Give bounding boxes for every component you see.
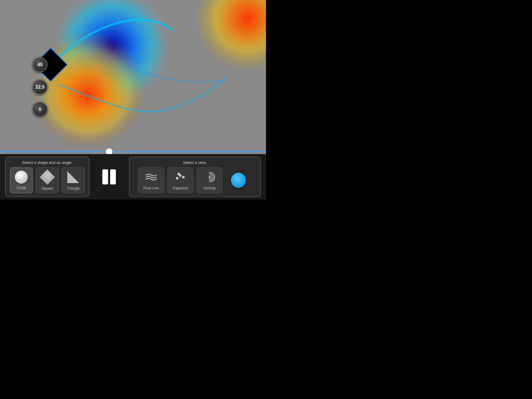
circle-icon [15,171,28,184]
progress-bar-container[interactable] [0,149,266,154]
vorticity-icon [203,170,216,184]
pause-button[interactable] [102,169,116,184]
triangle-label: Triangle [67,186,80,190]
view-button-flowline[interactable]: Flow Line [138,167,164,193]
flowline-icon [144,170,158,184]
view-selector-label: Select a view. [183,160,207,165]
trajectory-label: Trajectory [172,186,188,190]
flowline-label: Flow Line [143,186,159,190]
chat-icon: ··· [231,173,246,188]
svg-point-0 [176,177,178,179]
progress-bar-track[interactable] [0,151,266,152]
triangle-icon [67,171,79,183]
shape-button-triangle[interactable]: Triangle [62,167,85,193]
svg-point-4 [209,176,210,178]
bottom-panel: Select a shape and an angle. Circle Squa… [0,154,266,200]
shape-button-square[interactable]: Square [36,167,59,193]
pause-bar-right [110,169,116,184]
shape-buttons: Circle Square Triangle [10,167,85,193]
circle-label: Circle [17,186,26,190]
view-selector: Select a view. Flow Line [129,157,261,197]
angle-badge-0[interactable]: 0 [32,102,48,117]
app: 45 22.5 0 Select a shape and an angle. C… [0,0,266,200]
angle-connector-2 [39,95,41,102]
view-buttons: Flow Line Trajectory [138,167,251,193]
pause-bar-left [102,169,108,184]
view-button-trajectory[interactable]: Trajectory [167,167,193,193]
view-button-vorticity[interactable]: Vorticity [196,167,222,193]
vorticity-label: Vorticity [203,186,216,190]
shape-selector-label: Select a shape and an angle. [22,160,72,165]
shape-button-circle[interactable]: Circle [10,167,33,193]
angle-connector-1 [39,72,41,79]
progress-bar-thumb[interactable] [106,148,112,154]
svg-point-3 [177,173,180,175]
trajectory-icon [174,170,187,184]
view-button-chat[interactable]: ··· [225,167,251,193]
svg-point-2 [182,176,185,178]
angle-badge-22[interactable]: 22.5 [32,79,48,95]
angle-badge-45[interactable]: 45 [32,57,48,72]
square-label: Square [41,186,53,190]
visualization-area: 45 22.5 0 [0,0,266,154]
square-icon [39,169,55,185]
angle-controls: 45 22.5 0 [32,57,48,117]
shape-selector: Select a shape and an angle. Circle Squa… [5,157,89,197]
